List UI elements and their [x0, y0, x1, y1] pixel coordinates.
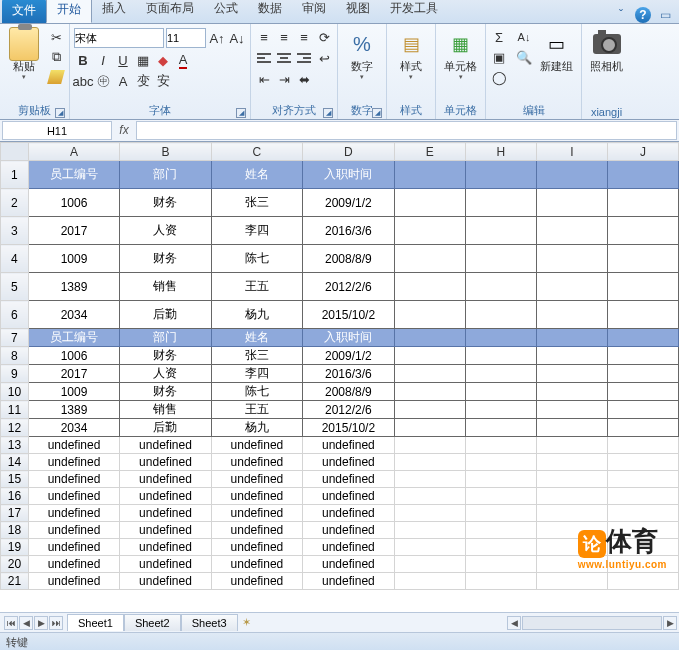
- cell[interactable]: [607, 329, 678, 347]
- cell[interactable]: [465, 383, 536, 401]
- cell[interactable]: 张三: [211, 189, 302, 217]
- cell[interactable]: 财务: [120, 189, 211, 217]
- style-button[interactable]: ▤样式▾: [391, 26, 431, 83]
- paste-button[interactable]: 粘贴 ▾: [4, 26, 44, 83]
- cell[interactable]: 后勤: [120, 419, 211, 437]
- cell[interactable]: 人资: [120, 217, 211, 245]
- row-header[interactable]: 21: [1, 573, 29, 590]
- cell[interactable]: undefined: [211, 471, 302, 488]
- row-header[interactable]: 7: [1, 329, 29, 347]
- cell[interactable]: undefined: [303, 488, 394, 505]
- cell[interactable]: [536, 273, 607, 301]
- name-box[interactable]: [2, 121, 112, 140]
- cell[interactable]: [536, 217, 607, 245]
- cell[interactable]: undefined: [120, 539, 211, 556]
- col-header[interactable]: A: [28, 143, 119, 161]
- cell[interactable]: undefined: [28, 573, 119, 590]
- hscroll-track[interactable]: [522, 616, 662, 630]
- cell[interactable]: [465, 217, 536, 245]
- cell[interactable]: undefined: [211, 556, 302, 573]
- cell[interactable]: 员工编号: [28, 329, 119, 347]
- cell[interactable]: [465, 505, 536, 522]
- fill-color-icon[interactable]: ◆: [154, 51, 172, 69]
- cell[interactable]: [394, 419, 465, 437]
- cell[interactable]: [465, 454, 536, 471]
- row-header[interactable]: 2: [1, 189, 29, 217]
- cell[interactable]: 姓名: [211, 161, 302, 189]
- asian-layout-icon[interactable]: 安: [154, 72, 172, 90]
- cell[interactable]: undefined: [120, 573, 211, 590]
- row-header[interactable]: 15: [1, 471, 29, 488]
- ribbon-tab-7[interactable]: 开发工具: [380, 0, 448, 23]
- cell[interactable]: 2016/3/6: [303, 365, 394, 383]
- cell[interactable]: undefined: [211, 573, 302, 590]
- cell[interactable]: undefined: [28, 556, 119, 573]
- new-sheet-icon[interactable]: ✶: [238, 614, 256, 632]
- sheet-tab[interactable]: Sheet1: [67, 614, 124, 631]
- col-header[interactable]: D: [303, 143, 394, 161]
- fill-icon[interactable]: ▣: [490, 48, 508, 66]
- cell[interactable]: [465, 189, 536, 217]
- cell[interactable]: [394, 437, 465, 454]
- cell[interactable]: [394, 488, 465, 505]
- cell[interactable]: [465, 522, 536, 539]
- cell[interactable]: 王五: [211, 401, 302, 419]
- cell[interactable]: [394, 189, 465, 217]
- cell[interactable]: [465, 273, 536, 301]
- merge-center-icon[interactable]: ⬌: [295, 70, 313, 88]
- cell[interactable]: [394, 401, 465, 419]
- cell[interactable]: [465, 488, 536, 505]
- cell[interactable]: [536, 573, 607, 590]
- cell[interactable]: [536, 301, 607, 329]
- cell[interactable]: 陈七: [211, 383, 302, 401]
- cell[interactable]: [607, 161, 678, 189]
- camera-button[interactable]: 照相机: [586, 26, 627, 75]
- cell[interactable]: 2008/8/9: [303, 245, 394, 273]
- orientation-icon[interactable]: ⟳: [315, 28, 333, 46]
- cell[interactable]: 人资: [120, 365, 211, 383]
- cell[interactable]: undefined: [211, 454, 302, 471]
- cell[interactable]: [607, 245, 678, 273]
- row-header[interactable]: 13: [1, 437, 29, 454]
- row-header[interactable]: 12: [1, 419, 29, 437]
- bold-icon[interactable]: B: [74, 51, 92, 69]
- circle-char-icon[interactable]: ㊥: [94, 72, 112, 90]
- find-icon[interactable]: 🔍: [515, 48, 533, 66]
- cell[interactable]: 财务: [120, 383, 211, 401]
- hscroll-left-icon[interactable]: ◀: [507, 616, 521, 630]
- cell[interactable]: undefined: [120, 488, 211, 505]
- cell[interactable]: [536, 365, 607, 383]
- cell[interactable]: [607, 488, 678, 505]
- cell[interactable]: 入职时间: [303, 329, 394, 347]
- worksheet-grid[interactable]: ABCDEHIJ1员工编号部门姓名入职时间21006财务张三2009/1/232…: [0, 142, 679, 612]
- cell[interactable]: 王五: [211, 273, 302, 301]
- cell[interactable]: [607, 189, 678, 217]
- row-header[interactable]: 9: [1, 365, 29, 383]
- cell[interactable]: undefined: [211, 488, 302, 505]
- file-tab[interactable]: 文件: [2, 0, 46, 23]
- row-header[interactable]: 10: [1, 383, 29, 401]
- row-header[interactable]: 1: [1, 161, 29, 189]
- cell[interactable]: 财务: [120, 347, 211, 365]
- copy-icon[interactable]: ⧉: [47, 48, 65, 66]
- fx-icon[interactable]: fx: [114, 120, 134, 141]
- cell[interactable]: undefined: [28, 505, 119, 522]
- cell[interactable]: 陈七: [211, 245, 302, 273]
- cell[interactable]: [394, 301, 465, 329]
- increase-indent-icon[interactable]: ⇥: [275, 70, 293, 88]
- increase-font-icon[interactable]: A↑: [208, 29, 226, 47]
- cell[interactable]: undefined: [120, 471, 211, 488]
- cell[interactable]: undefined: [28, 488, 119, 505]
- ribbon-tab-3[interactable]: 公式: [204, 0, 248, 23]
- dialog-launcher-icon[interactable]: ◢: [55, 108, 65, 118]
- cell[interactable]: 入职时间: [303, 161, 394, 189]
- col-header[interactable]: C: [211, 143, 302, 161]
- cell[interactable]: 部门: [120, 161, 211, 189]
- cells-button[interactable]: ▦单元格▾: [440, 26, 481, 83]
- cell[interactable]: [607, 301, 678, 329]
- cell[interactable]: [536, 329, 607, 347]
- col-header[interactable]: J: [607, 143, 678, 161]
- col-header[interactable]: B: [120, 143, 211, 161]
- cell[interactable]: 部门: [120, 329, 211, 347]
- cell[interactable]: undefined: [120, 437, 211, 454]
